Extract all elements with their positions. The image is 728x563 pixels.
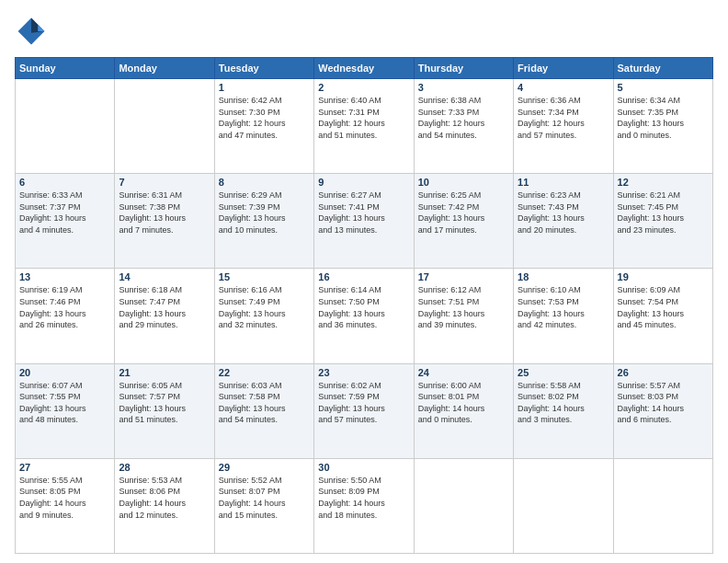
day-info: Sunrise: 6:16 AM Sunset: 7:49 PM Dayligh… bbox=[219, 284, 310, 330]
day-info: Sunrise: 6:19 AM Sunset: 7:46 PM Dayligh… bbox=[19, 284, 110, 330]
day-info: Sunrise: 5:58 AM Sunset: 8:02 PM Dayligh… bbox=[518, 380, 609, 426]
day-number: 18 bbox=[518, 271, 609, 282]
day-info: Sunrise: 6:02 AM Sunset: 7:59 PM Dayligh… bbox=[318, 380, 409, 426]
calendar-cell: 12Sunrise: 6:21 AM Sunset: 7:45 PM Dayli… bbox=[613, 174, 712, 269]
day-info: Sunrise: 6:05 AM Sunset: 7:57 PM Dayligh… bbox=[119, 380, 210, 426]
day-number: 29 bbox=[219, 462, 310, 473]
day-info: Sunrise: 6:23 AM Sunset: 7:43 PM Dayligh… bbox=[518, 190, 609, 236]
weekday-monday: Monday bbox=[115, 58, 214, 79]
weekday-thursday: Thursday bbox=[414, 58, 513, 79]
calendar-cell: 9Sunrise: 6:27 AM Sunset: 7:41 PM Daylig… bbox=[314, 174, 414, 269]
calendar-cell: 5Sunrise: 6:34 AM Sunset: 7:35 PM Daylig… bbox=[613, 79, 712, 174]
calendar-cell: 15Sunrise: 6:16 AM Sunset: 7:49 PM Dayli… bbox=[214, 269, 313, 363]
calendar-cell: 8Sunrise: 6:29 AM Sunset: 7:39 PM Daylig… bbox=[214, 174, 313, 269]
day-info: Sunrise: 6:07 AM Sunset: 7:55 PM Dayligh… bbox=[19, 380, 110, 426]
day-number: 28 bbox=[119, 462, 210, 473]
day-info: Sunrise: 6:29 AM Sunset: 7:39 PM Dayligh… bbox=[219, 190, 310, 236]
page: SundayMondayTuesdayWednesdayThursdayFrid… bbox=[0, 0, 728, 563]
day-number: 1 bbox=[219, 82, 310, 93]
calendar-table: SundayMondayTuesdayWednesdayThursdayFrid… bbox=[15, 57, 713, 554]
calendar-cell: 4Sunrise: 6:36 AM Sunset: 7:34 PM Daylig… bbox=[514, 79, 613, 174]
header bbox=[15, 15, 713, 48]
day-info: Sunrise: 6:27 AM Sunset: 7:41 PM Dayligh… bbox=[318, 190, 409, 236]
week-row-5: 27Sunrise: 5:55 AM Sunset: 8:05 PM Dayli… bbox=[16, 458, 713, 553]
day-number: 14 bbox=[119, 271, 210, 282]
calendar-cell: 29Sunrise: 5:52 AM Sunset: 8:07 PM Dayli… bbox=[214, 458, 313, 553]
calendar-cell: 26Sunrise: 5:57 AM Sunset: 8:03 PM Dayli… bbox=[613, 363, 712, 458]
calendar-cell: 20Sunrise: 6:07 AM Sunset: 7:55 PM Dayli… bbox=[16, 363, 115, 458]
day-number: 5 bbox=[618, 82, 709, 93]
day-info: Sunrise: 5:50 AM Sunset: 8:09 PM Dayligh… bbox=[318, 475, 409, 521]
calendar-cell: 24Sunrise: 6:00 AM Sunset: 8:01 PM Dayli… bbox=[414, 363, 513, 458]
day-number: 23 bbox=[318, 367, 409, 378]
weekday-header-row: SundayMondayTuesdayWednesdayThursdayFrid… bbox=[16, 58, 713, 79]
calendar-cell bbox=[414, 458, 513, 553]
calendar-cell: 1Sunrise: 6:42 AM Sunset: 7:30 PM Daylig… bbox=[214, 79, 313, 174]
weekday-tuesday: Tuesday bbox=[214, 58, 313, 79]
day-info: Sunrise: 6:10 AM Sunset: 7:53 PM Dayligh… bbox=[518, 284, 609, 330]
day-info: Sunrise: 6:09 AM Sunset: 7:54 PM Dayligh… bbox=[618, 284, 709, 330]
calendar-cell: 11Sunrise: 6:23 AM Sunset: 7:43 PM Dayli… bbox=[514, 174, 613, 269]
day-number: 13 bbox=[19, 271, 110, 282]
day-info: Sunrise: 6:03 AM Sunset: 7:58 PM Dayligh… bbox=[219, 380, 310, 426]
day-number: 3 bbox=[418, 82, 509, 93]
day-info: Sunrise: 6:36 AM Sunset: 7:34 PM Dayligh… bbox=[518, 95, 609, 141]
calendar-cell: 2Sunrise: 6:40 AM Sunset: 7:31 PM Daylig… bbox=[314, 79, 414, 174]
day-number: 25 bbox=[518, 367, 609, 378]
day-number: 20 bbox=[19, 367, 110, 378]
calendar-cell bbox=[613, 458, 712, 553]
calendar-cell: 23Sunrise: 6:02 AM Sunset: 7:59 PM Dayli… bbox=[314, 363, 414, 458]
day-number: 26 bbox=[618, 367, 709, 378]
calendar-cell: 13Sunrise: 6:19 AM Sunset: 7:46 PM Dayli… bbox=[16, 269, 115, 363]
weekday-sunday: Sunday bbox=[16, 58, 115, 79]
calendar-cell: 25Sunrise: 5:58 AM Sunset: 8:02 PM Dayli… bbox=[514, 363, 613, 458]
calendar-cell: 27Sunrise: 5:55 AM Sunset: 8:05 PM Dayli… bbox=[16, 458, 115, 553]
day-info: Sunrise: 5:57 AM Sunset: 8:03 PM Dayligh… bbox=[618, 380, 709, 426]
day-number: 4 bbox=[518, 82, 609, 93]
day-info: Sunrise: 6:12 AM Sunset: 7:51 PM Dayligh… bbox=[418, 284, 509, 330]
calendar-cell: 6Sunrise: 6:33 AM Sunset: 7:37 PM Daylig… bbox=[16, 174, 115, 269]
calendar-cell: 10Sunrise: 6:25 AM Sunset: 7:42 PM Dayli… bbox=[414, 174, 513, 269]
calendar-cell: 17Sunrise: 6:12 AM Sunset: 7:51 PM Dayli… bbox=[414, 269, 513, 363]
day-info: Sunrise: 6:18 AM Sunset: 7:47 PM Dayligh… bbox=[119, 284, 210, 330]
day-number: 10 bbox=[418, 177, 509, 188]
calendar-cell: 14Sunrise: 6:18 AM Sunset: 7:47 PM Dayli… bbox=[115, 269, 214, 363]
calendar-cell: 18Sunrise: 6:10 AM Sunset: 7:53 PM Dayli… bbox=[514, 269, 613, 363]
week-row-1: 1Sunrise: 6:42 AM Sunset: 7:30 PM Daylig… bbox=[16, 79, 713, 174]
day-number: 22 bbox=[219, 367, 310, 378]
day-number: 7 bbox=[119, 177, 210, 188]
day-number: 19 bbox=[618, 271, 709, 282]
calendar-cell: 7Sunrise: 6:31 AM Sunset: 7:38 PM Daylig… bbox=[115, 174, 214, 269]
calendar-cell bbox=[16, 79, 115, 174]
svg-marker-2 bbox=[38, 25, 44, 31]
week-row-2: 6Sunrise: 6:33 AM Sunset: 7:37 PM Daylig… bbox=[16, 174, 713, 269]
day-number: 15 bbox=[219, 271, 310, 282]
day-info: Sunrise: 6:34 AM Sunset: 7:35 PM Dayligh… bbox=[618, 95, 709, 141]
day-info: Sunrise: 6:31 AM Sunset: 7:38 PM Dayligh… bbox=[119, 190, 210, 236]
day-number: 2 bbox=[318, 82, 409, 93]
day-number: 30 bbox=[318, 462, 409, 473]
day-number: 11 bbox=[518, 177, 609, 188]
day-info: Sunrise: 6:14 AM Sunset: 7:50 PM Dayligh… bbox=[318, 284, 409, 330]
day-info: Sunrise: 6:00 AM Sunset: 8:01 PM Dayligh… bbox=[418, 380, 509, 426]
weekday-friday: Friday bbox=[514, 58, 613, 79]
day-number: 9 bbox=[318, 177, 409, 188]
day-info: Sunrise: 6:38 AM Sunset: 7:33 PM Dayligh… bbox=[418, 95, 509, 141]
calendar-cell: 22Sunrise: 6:03 AM Sunset: 7:58 PM Dayli… bbox=[214, 363, 313, 458]
day-info: Sunrise: 5:52 AM Sunset: 8:07 PM Dayligh… bbox=[219, 475, 310, 521]
day-number: 24 bbox=[418, 367, 509, 378]
day-info: Sunrise: 5:53 AM Sunset: 8:06 PM Dayligh… bbox=[119, 475, 210, 521]
day-info: Sunrise: 6:25 AM Sunset: 7:42 PM Dayligh… bbox=[418, 190, 509, 236]
calendar-cell: 19Sunrise: 6:09 AM Sunset: 7:54 PM Dayli… bbox=[613, 269, 712, 363]
calendar-cell: 16Sunrise: 6:14 AM Sunset: 7:50 PM Dayli… bbox=[314, 269, 414, 363]
calendar-cell bbox=[514, 458, 613, 553]
week-row-3: 13Sunrise: 6:19 AM Sunset: 7:46 PM Dayli… bbox=[16, 269, 713, 363]
day-number: 27 bbox=[19, 462, 110, 473]
day-number: 17 bbox=[418, 271, 509, 282]
day-number: 21 bbox=[119, 367, 210, 378]
day-info: Sunrise: 6:42 AM Sunset: 7:30 PM Dayligh… bbox=[219, 95, 310, 141]
weekday-saturday: Saturday bbox=[613, 58, 712, 79]
logo-icon bbox=[15, 15, 48, 48]
calendar-cell: 30Sunrise: 5:50 AM Sunset: 8:09 PM Dayli… bbox=[314, 458, 414, 553]
logo bbox=[15, 15, 51, 48]
